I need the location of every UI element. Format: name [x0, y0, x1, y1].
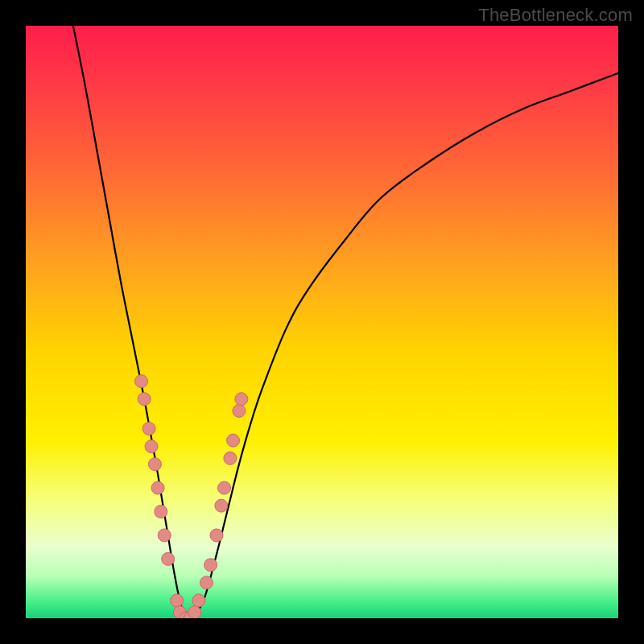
- data-marker: [162, 552, 175, 565]
- chart-frame: TheBottleneck.com: [0, 0, 644, 644]
- data-marker: [171, 594, 184, 607]
- plot-area: [26, 26, 618, 618]
- data-marker: [192, 594, 205, 607]
- data-marker: [218, 481, 231, 494]
- data-marker: [155, 506, 167, 518]
- gradient-background: [26, 26, 618, 618]
- data-marker: [148, 458, 161, 471]
- data-marker: [188, 606, 201, 618]
- data-marker: [200, 576, 213, 589]
- data-marker: [151, 481, 164, 494]
- data-marker: [233, 404, 246, 417]
- data-marker: [142, 422, 155, 435]
- data-marker: [215, 499, 228, 512]
- data-marker: [135, 375, 148, 388]
- bottleneck-chart: [26, 26, 618, 618]
- data-marker: [145, 440, 158, 453]
- data-marker: [138, 393, 151, 406]
- watermark-text: TheBottleneck.com: [478, 5, 633, 26]
- data-marker: [204, 559, 217, 572]
- data-marker: [158, 529, 171, 542]
- data-marker: [224, 452, 237, 464]
- data-marker: [210, 529, 223, 542]
- data-marker: [227, 434, 240, 447]
- data-marker: [235, 393, 248, 406]
